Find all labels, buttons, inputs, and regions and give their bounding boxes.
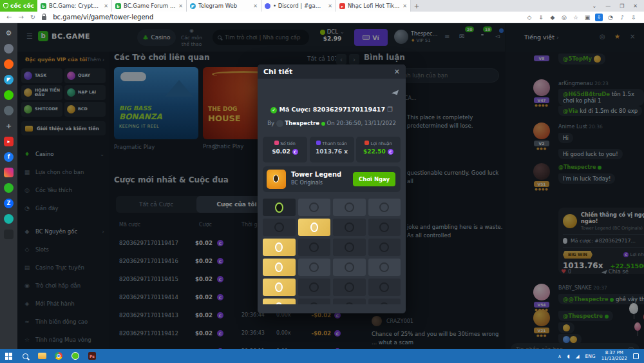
tab-close-icon[interactable]: ✕ [253,3,258,9]
tower-cell[interactable] [333,259,366,276]
bookmark-star-icon[interactable]: ☆ [572,14,580,21]
downloads-tray-icon[interactable]: ⇩ [630,14,638,21]
egg-icon [273,175,279,182]
messenger-icon[interactable] [4,106,14,115]
taskbar-clock[interactable]: 8:37 PM 11/13/2022 [601,350,627,362]
tower-cell[interactable] [368,259,401,276]
back-icon[interactable]: ← [6,14,12,21]
tower-cell[interactable] [368,199,401,216]
tower-cell[interactable] [298,299,331,304]
bet-id-value[interactable]: 82036297170119417 [313,106,385,113]
player-name[interactable]: Thespectre [285,120,319,126]
instagram-icon[interactable] [4,168,14,177]
translate-icon[interactable]: ◆ [549,14,556,21]
tray-expand-icon[interactable]: ∧ [558,353,562,359]
extension-icon[interactable]: ◇ [526,14,533,21]
tower-cell[interactable] [298,259,331,276]
address-bar: ← → ↻ bc.game/vi/game/tower-legend ◇ ⇓ ◆… [0,12,644,23]
tab-close-icon[interactable]: ✕ [402,3,407,9]
new-tab-button[interactable]: + [411,0,422,12]
tower-cell[interactable] [333,279,366,296]
tab-close-icon[interactable]: ✕ [328,3,332,9]
player-avatar [276,120,283,127]
dark-app-icon[interactable] [4,230,14,239]
coccoc-icon[interactable] [67,349,84,363]
tab-title: Telegram Web [198,3,251,9]
whatsapp-icon[interactable] [4,183,14,193]
forward-icon[interactable]: → [18,14,23,21]
game-name[interactable]: Tower Legend [291,171,341,178]
photoshop-icon[interactable]: Ps [84,349,100,363]
tab-bcgame-forum[interactable]: b BC.Game Forum - A Crypto ✕ [112,0,187,12]
copy-icon[interactable]: ❐ [387,106,393,113]
tower-cell[interactable] [333,219,366,236]
tower-cell[interactable] [263,279,296,296]
stat-profit: Lợi nhuận $22.50 C [356,137,401,162]
window-close-icon[interactable]: ✕ [633,3,638,9]
modal-close-icon[interactable]: ✕ [394,68,400,76]
reddit-icon[interactable] [4,59,14,69]
line-icon[interactable] [4,90,14,100]
tower-cell[interactable] [298,239,331,256]
tower-cell[interactable] [298,279,331,296]
notification-center-icon[interactable] [633,353,639,359]
reload-icon[interactable]: ↻ [30,14,35,21]
tab-search-icon[interactable]: ⌄ [592,3,596,9]
tab-youtube[interactable]: ▸ Nhạc Lofi Hot TikTok 2022 - ✕ [336,0,411,12]
play-now-button[interactable]: Chơi Ngay [353,172,395,186]
idm-extension-icon[interactable]: ⇩ [595,14,603,21]
tower-cell[interactable] [263,199,296,216]
modal-title: Chi tiết [263,68,292,76]
window-minimize-icon[interactable]: — [605,3,611,9]
coccoc-brand-button[interactable]: cốc cốc [0,0,37,12]
tower-cell[interactable] [368,219,401,236]
file-explorer-icon[interactable] [33,349,50,363]
tower-cell[interactable] [368,279,401,296]
tab-close-icon[interactable]: ✕ [178,3,183,9]
tower-cell[interactable] [298,199,331,216]
modal-header: Chi tiết ✕ [258,64,406,79]
url-text[interactable]: bc.game/vi/game/tower-legend [53,14,153,21]
savefrom-icon[interactable]: ◔ [607,14,614,21]
tower-legend-thumbnail[interactable] [267,170,286,189]
tower-cell[interactable] [263,259,296,276]
tab-close-icon[interactable]: ✕ [104,3,108,9]
tower-cell[interactable] [298,219,331,236]
youtube-icon[interactable]: ▸ [4,137,14,146]
tower-cell[interactable] [333,239,366,256]
share-bet-icon[interactable] [392,88,399,95]
profit-icon [365,141,369,145]
keyboard-language[interactable]: ENG [585,353,595,359]
tower-cell[interactable] [263,299,296,304]
zalo-icon[interactable]: Z [4,199,14,208]
taskbar-search-button[interactable] [17,349,33,363]
adblock-shield-icon[interactable]: ▣ [583,14,591,21]
download-extension-icon[interactable]: ⇓ [537,14,545,21]
tower-cell[interactable] [333,299,366,304]
tower-cell[interactable] [333,199,366,216]
tower-cell[interactable] [263,239,296,256]
tower-cell[interactable] [368,299,401,304]
network-icon[interactable]: ◢ [576,353,580,359]
online-dot-icon [321,122,325,126]
profile-app-icon[interactable] [4,44,14,54]
telegram-icon[interactable]: ◤ [4,75,14,84]
chrome-icon[interactable] [50,349,67,363]
teal-app-icon[interactable] [4,214,14,224]
add-shortcut-button[interactable]: + [4,121,14,131]
window-restore-icon[interactable]: ❐ [620,3,624,9]
tower-cell[interactable] [263,219,296,236]
system-tray: ∧ ◖ ◢ ENG 8:37 PM 11/13/2022 [558,350,644,362]
tab-bcgame[interactable]: b BC.Game: Crypto Casino Gar ✕ [37,0,112,12]
snapshot-icon[interactable]: ◎ [560,14,568,21]
music-extension-icon[interactable]: ♪ [618,14,626,21]
start-button[interactable] [0,349,17,363]
tower-cell[interactable] [368,239,401,256]
tab-discord[interactable]: • Discord | #games | DC G ✕ [261,0,336,12]
facebook-icon[interactable]: f [4,152,14,162]
coccoc-brand-label: cốc cốc [10,3,34,9]
tab-title: Nhạc Lofi Hot TikTok 2022 - [348,3,400,9]
speaker-icon[interactable]: ◖ [567,353,570,359]
settings-gear-icon[interactable]: ⚙ [4,28,14,38]
tab-telegram[interactable]: ◤ Telegram Web ✕ [187,0,261,12]
